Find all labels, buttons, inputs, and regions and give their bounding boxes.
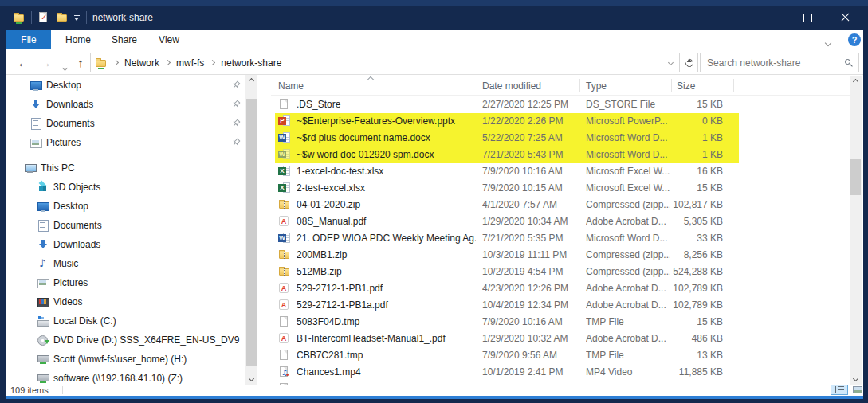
- pin-icon: [232, 100, 241, 108]
- file-row[interactable]: 200MB1.zip10/3/2019 11:11 PMCompressed (…: [271, 247, 850, 264]
- file-size: 1 KB: [658, 147, 723, 163]
- tab-file[interactable]: File: [6, 30, 51, 49]
- scroll-down-button[interactable]: [245, 373, 257, 385]
- maximize-button[interactable]: [789, 6, 826, 29]
- tab-share[interactable]: Share: [102, 30, 147, 49]
- file-row[interactable]: W~$rd plus document name.docx5/22/2020 7…: [271, 130, 850, 147]
- sidebar-item-music[interactable]: Music: [6, 254, 245, 273]
- file-row[interactable]: .DS_Store2/27/2020 12:25 PMDS_STORE File…: [271, 96, 850, 113]
- file-row[interactable]: W21. ODEP WIOA PDC Weekly Meeting Ag...7…: [271, 230, 850, 247]
- screenshot-root: { "window": { "title": "network-share" }…: [0, 0, 868, 403]
- recent-locations-button[interactable]: [56, 57, 73, 75]
- pdf-icon: A: [278, 282, 291, 295]
- breadcrumb-item-folder[interactable]: network-share: [221, 57, 281, 68]
- column-header-name[interactable]: Name: [278, 79, 304, 93]
- search-input[interactable]: [707, 54, 835, 71]
- file-row[interactable]: P~$Enterprise-Features-Overview.pptx1/22…: [271, 113, 850, 130]
- pdf-icon: A: [278, 299, 291, 311]
- address-dropdown-icon[interactable]: [668, 60, 674, 65]
- folder-icon[interactable]: [56, 11, 69, 24]
- file-row[interactable]: ABT-IntercomHeadset-Manual1_.pdf1/29/202…: [271, 331, 850, 347]
- sidebar-item-dvd-drive-d-sss-x64fre-en-us-dv9[interactable]: DVD Drive (D:) SSS_X64FRE_EN-US_DV9: [6, 331, 245, 350]
- file-row[interactable]: X2-test-excel.xlsx7/9/2020 10:15 AMMicro…: [271, 180, 850, 197]
- sidebar-item-pictures[interactable]: Pictures: [6, 273, 245, 292]
- file-date: 2/27/2020 12:25 PM: [482, 96, 582, 113]
- refresh-button[interactable]: [681, 53, 698, 72]
- pin-icon: [232, 138, 241, 147]
- sidebar-item-label: DVD Drive (D:) SSS_X64FRE_EN-US_DV9: [53, 331, 239, 350]
- sidebar: DesktopDownloadsDocumentsPicturesThis PC…: [6, 75, 245, 385]
- sidebar-item-documents[interactable]: Documents: [6, 216, 245, 235]
- scrollbar-thumb[interactable]: [850, 159, 861, 195]
- sidebar-item-documents[interactable]: Documents: [6, 114, 245, 133]
- sidebar-item-this-pc[interactable]: This PC: [6, 158, 245, 178]
- address-bar[interactable]: Network mwf-fs network-share: [90, 53, 680, 72]
- search-icon[interactable]: [845, 59, 850, 65]
- thumbnails-view-icon: [853, 386, 862, 393]
- sidebar-item-software-192-168-41-10-z[interactable]: software (\\192.168.41.10) (Z:): [6, 369, 245, 385]
- column-header-type[interactable]: Type: [586, 79, 607, 93]
- scroll-up-button[interactable]: [245, 75, 257, 87]
- breadcrumb-item-server[interactable]: mwf-fs: [176, 57, 204, 68]
- sidebar-item-desktop[interactable]: Desktop: [6, 76, 245, 95]
- file-row[interactable]: CBB7C281.tmp7/9/2020 9:56 AMTMP File13 K…: [271, 347, 850, 364]
- word-icon: W: [278, 232, 291, 245]
- file-name: 08S_Manual.pdf: [297, 213, 476, 230]
- window-frame-top: [0, 0, 868, 6]
- file-date: 1/29/2020 10:34 AM: [482, 213, 582, 230]
- window-title: network-share: [92, 12, 153, 23]
- word-icon: W: [278, 131, 291, 144]
- up-button[interactable]: ↑: [72, 54, 89, 72]
- 3d-objects-icon: [37, 181, 49, 194]
- minimize-button[interactable]: [752, 6, 788, 29]
- sidebar-item-3d-objects[interactable]: 3D Objects: [6, 178, 245, 197]
- check-document-icon[interactable]: [37, 11, 50, 24]
- sort-ascending-icon: [367, 76, 374, 83]
- breadcrumb-item-network[interactable]: Network: [124, 57, 159, 68]
- sidebar-item-videos[interactable]: Videos: [6, 292, 245, 311]
- music-icon: [37, 257, 49, 270]
- file-date: 7/21/2020 5:43 PM: [482, 147, 582, 163]
- file-name: 5083F04D.tmp: [297, 314, 476, 331]
- file-row[interactable]: 04-01-2020.zip4/1/2020 7:57 AMCompressed…: [271, 197, 850, 213]
- sidebar-item-desktop[interactable]: Desktop: [6, 197, 245, 216]
- back-button[interactable]: ←: [14, 54, 32, 72]
- file-row[interactable]: 5083F04D.tmp7/9/2020 10:16 AMTMP File15 …: [271, 314, 850, 331]
- file-row[interactable]: A08S_Manual.pdf1/29/2020 10:34 AMAdobe A…: [271, 213, 850, 230]
- file-row[interactable]: A529-2712-1-PB1.pdf4/23/2020 12:26 PMAdo…: [271, 280, 850, 297]
- scroll-up-button[interactable]: [850, 76, 862, 88]
- tab-view[interactable]: View: [148, 30, 190, 49]
- file-name: 529-2712-1-PB1.pdf: [297, 280, 476, 297]
- sidebar-item-label: Downloads: [53, 235, 100, 254]
- file-row[interactable]: 512MB.zip10/2/2019 4:54 PMCompressed (zi…: [271, 264, 850, 280]
- scroll-down-button[interactable]: [850, 373, 862, 385]
- forward-button[interactable]: →: [37, 54, 54, 72]
- qat-dropdown-icon[interactable]: [74, 14, 81, 22]
- file-name: ~$rd plus document name.docx: [297, 130, 476, 147]
- tab-home[interactable]: Home: [56, 30, 100, 49]
- file-size: 16 KB: [658, 163, 723, 180]
- column-header-date[interactable]: Date modified: [482, 79, 541, 93]
- column-header-size[interactable]: Size: [677, 79, 695, 93]
- file-row[interactable]: A529-2712-1-PB1a.pdf10/4/2019 12:34 PMAd…: [271, 297, 850, 314]
- list-scrollbar[interactable]: [850, 76, 862, 385]
- sidebar-item-downloads[interactable]: Downloads: [6, 95, 245, 114]
- scrollbar-thumb[interactable]: [246, 99, 257, 366]
- window-bottom-border: [6, 396, 863, 399]
- sidebar-scrollbar[interactable]: [245, 75, 257, 385]
- view-details-button[interactable]: [831, 385, 848, 395]
- sidebar-item-pictures[interactable]: Pictures: [6, 133, 245, 152]
- sidebar-item-downloads[interactable]: Downloads: [6, 235, 245, 254]
- help-button[interactable]: ?: [848, 33, 861, 46]
- ribbon-expand-button[interactable]: [826, 37, 835, 45]
- file-date: 7/9/2020 10:16 AM: [482, 314, 582, 331]
- view-thumbnails-button[interactable]: [849, 385, 866, 395]
- file-row[interactable]: X1-excel-doc-test.xlsx7/9/2020 10:16 AMM…: [271, 163, 850, 180]
- file-date: 10/1/2019 2:41 PM: [482, 364, 582, 381]
- file-row[interactable]: ♫Chances1.mp410/1/2019 2:41 PMMP4 Video1…: [271, 364, 850, 381]
- close-button[interactable]: [827, 6, 863, 29]
- sidebar-item-local-disk-c[interactable]: Local Disk (C:): [6, 311, 245, 331]
- sidebar-item-scott-mwf-fs-user-home-h[interactable]: Scott (\\mwf-fs\user_home) (H:): [6, 350, 245, 369]
- file-row[interactable]: W~$w word doc 012920 spm.docx7/21/2020 5…: [271, 147, 850, 163]
- excel-icon: X: [278, 165, 291, 178]
